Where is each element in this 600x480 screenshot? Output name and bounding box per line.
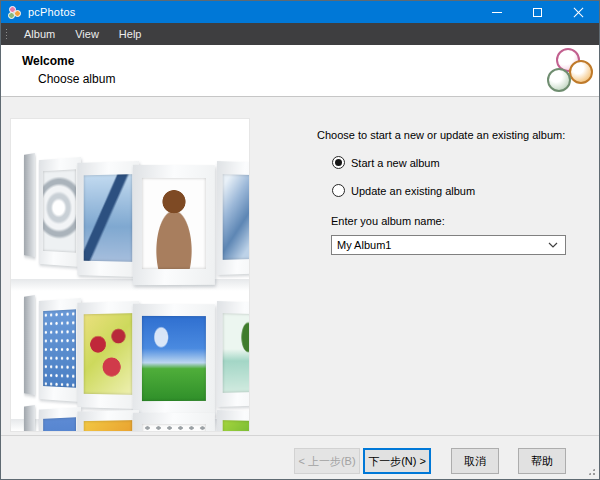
close-button[interactable] [558,1,599,23]
radio-start-new-album[interactable]: Start a new album [332,156,440,169]
page-title: Welcome [22,54,74,68]
photo-frame [39,298,81,402]
album-name-combobox[interactable]: My Album1 [331,235,566,255]
maximize-button[interactable] [517,1,558,23]
radio-unchecked-icon [332,184,345,197]
photo-wall-edge [24,405,35,431]
menu-album[interactable]: Album [14,23,65,45]
cancel-button[interactable]: 取消 [451,448,499,474]
album-name-label: Enter you album name: [331,215,445,227]
photo-frame [217,161,249,275]
minimize-button[interactable] [476,1,517,23]
radio-update-existing-album[interactable]: Update an existing album [332,184,475,197]
photo-frame [77,161,139,277]
photo-blue-architecture [223,174,249,260]
photo-orange-flower [84,420,132,431]
photo-frame [39,407,81,431]
back-button[interactable]: < 上一步(B) [294,448,360,474]
chevron-down-icon [548,242,558,248]
photo-green-grass [223,420,249,431]
photo-frame [217,301,249,407]
photo-snowflakes [43,310,76,389]
app-icon-dot-green [8,12,15,19]
photo-swirl [43,169,76,252]
photo-frame [77,410,139,431]
radio-start-new-album-label: Start a new album [351,157,440,169]
photo-crane-sky [84,174,132,262]
title-bar: pcPhotos [1,1,599,23]
radio-checked-icon [332,156,345,169]
radio-update-existing-album-label: Update an existing album [351,185,475,197]
photo-sky-meadow [142,316,206,401]
photo-plant-water [223,313,249,393]
window-title: pcPhotos [28,6,75,18]
photo-frame [39,157,81,267]
footer-separator [1,435,599,436]
app-icon [8,6,21,19]
combobox-value: My Album1 [332,239,391,251]
photo-red-berries [84,313,132,395]
logo-ring-green [547,68,571,92]
next-button[interactable]: 下一步(N) > [363,448,431,474]
close-icon [573,7,584,18]
app-window: pcPhotos Album View Help Welcome Choose … [0,0,600,480]
photo-gray-leaves [142,423,206,431]
photo-frame [77,301,139,409]
album-preview-image [11,119,249,431]
menu-bar: Album View Help [1,23,599,45]
maximize-icon [533,8,542,17]
photo-frame [133,165,215,285]
photo-frame [217,410,249,431]
photo-frame [133,304,215,416]
page-subtitle: Choose album [38,72,115,86]
photo-wall-edge [24,295,35,395]
photo-wall-edge [24,153,35,257]
photo-frame [133,413,215,431]
photo-blue [43,417,76,431]
photo-woman-portrait [142,178,206,269]
resize-grip[interactable] [587,467,596,476]
instruction-text: Choose to start a new or update an exist… [317,129,565,141]
menu-view[interactable]: View [65,23,109,45]
window-controls [476,1,599,23]
menu-grip-icon [5,28,8,40]
help-button[interactable]: 帮助 [518,448,566,474]
menu-help[interactable]: Help [109,23,152,45]
logo-ring-orange [569,60,593,84]
wizard-header: Welcome Choose album [1,45,599,97]
app-icon-dot-orange [14,10,21,17]
app-logo-icon [543,47,595,95]
minimize-icon [492,12,502,13]
